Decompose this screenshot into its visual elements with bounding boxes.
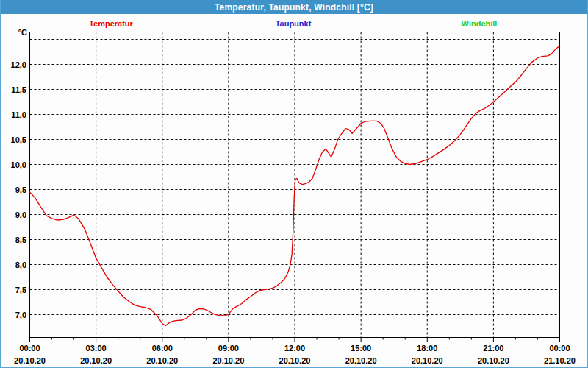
y-tick-label: 11,5 — [11, 85, 26, 94]
y-tick-label: 10,0 — [11, 160, 26, 169]
y-tick-label: 7,0 — [15, 311, 26, 319]
x-tick-time-label: 09:00 — [218, 344, 239, 353]
x-tick-time-label: 03:00 — [86, 344, 107, 353]
y-tick-label: 9,0 — [15, 210, 26, 219]
y-tick-label: 10,5 — [11, 135, 26, 144]
x-tick-date-label: 20.10.20 — [80, 356, 112, 365]
y-tick-label: 7,5 — [15, 286, 26, 294]
x-tick-date-label: 20.10.20 — [478, 356, 509, 365]
y-tick-label: 9,5 — [15, 185, 26, 194]
x-tick-date-label: 20.10.20 — [279, 356, 311, 365]
x-tick-date-label: 20.10.20 — [146, 356, 178, 365]
x-tick-date-label: 21.10.20 — [544, 356, 576, 365]
y-tick-label: 8,0 — [15, 261, 26, 269]
x-tick-time-label: 06:00 — [152, 344, 173, 353]
x-tick-date-label: 20.10.20 — [212, 356, 244, 365]
x-tick-time-label: 21:00 — [483, 344, 503, 353]
chart-window: Temperatur, Taupunkt, Windchill [°C] Tem… — [0, 0, 588, 368]
x-tick-date-label: 20.10.20 — [14, 356, 46, 365]
x-tick-time-label: 12:00 — [284, 344, 305, 353]
y-tick-label: 11,0 — [11, 110, 26, 119]
x-tick-time-label: 18:00 — [417, 344, 437, 353]
series-line-temperatur — [30, 46, 560, 325]
y-tick-label: 8,5 — [15, 236, 26, 244]
x-tick-time-label: 00:00 — [19, 344, 40, 353]
x-tick-date-label: 20.10.20 — [412, 356, 443, 365]
x-tick-date-label: 20.10.20 — [345, 356, 377, 365]
x-tick-time-label: 15:00 — [351, 344, 371, 353]
y-tick-label: 12,0 — [11, 60, 26, 69]
chart-plot-area: 7,07,58,08,59,09,510,010,511,011,512,000… — [0, 0, 588, 368]
x-tick-time-label: 00:00 — [549, 344, 570, 353]
